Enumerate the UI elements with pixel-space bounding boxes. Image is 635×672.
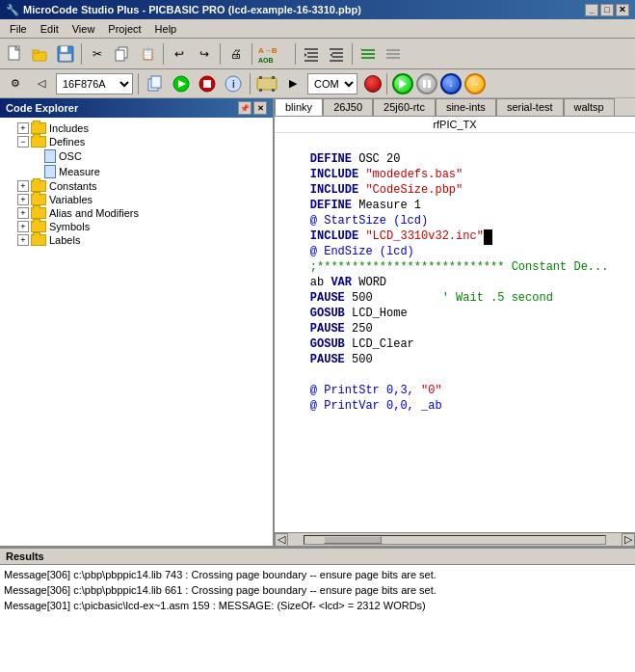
info-button[interactable]: i [222,72,245,95]
step-into-button[interactable]: ↓ [440,73,462,94]
undo-button[interactable]: ↩ [168,42,191,66]
code-line: PAUSE 500 [282,353,627,368]
label-constants: Constants [49,180,97,192]
compile-button[interactable] [170,72,193,95]
prog-arrow-button[interactable]: ▶ [281,72,304,95]
open-button[interactable] [29,42,52,66]
tree-item-alias[interactable]: + Alias and Modifiers [2,206,271,220]
indent-button[interactable] [300,42,323,66]
code-line: PAUSE 250 [282,322,627,337]
doc-icon-measure [44,165,56,178]
tab-26j50[interactable]: 26J50 [323,98,373,116]
code-explorer-title: Code Explorer [6,102,78,114]
editor-panel: blinky 26J50 25j60-rtc sine-ints serial-… [275,98,635,546]
save-button[interactable] [54,42,77,66]
svg-rect-36 [257,78,277,90]
minimize-button[interactable]: _ [585,4,598,16]
label-includes: Includes [49,122,89,134]
window-title: MicroCode Studio Plus - PICBASIC PRO (lc… [23,4,361,15]
svg-rect-37 [259,76,262,79]
app-icon: 🔧 [6,4,19,16]
code-line: GOSUB LCD_Clear [282,337,627,353]
tree-item-defines[interactable]: − Defines [2,135,271,148]
close-button[interactable]: ✕ [616,4,629,16]
menu-view[interactable]: View [66,21,101,37]
menu-help[interactable]: Help [149,21,183,37]
new-button[interactable] [4,42,27,66]
code-line: @ StartSize (lcd) [282,214,627,229]
connection-indicator [364,75,382,93]
tab-25j60-rtc[interactable]: 25j60-rtc [373,98,436,116]
hscroll-thumb[interactable] [324,536,382,544]
tab-serial-test[interactable]: serial-test [496,98,564,116]
aob-button[interactable]: A→B AOB [256,42,291,66]
menu-bar: File Edit View Project Help [0,19,635,39]
chip-select[interactable]: 16F876A [56,73,133,94]
maximize-button[interactable]: □ [600,4,614,16]
tree-item-labels[interactable]: + Labels [2,233,271,247]
explorer-close-button[interactable]: ✕ [253,101,267,115]
menu-edit[interactable]: Edit [35,21,65,37]
tree-item-symbols[interactable]: + Symbols [2,220,271,233]
folder-icon-alias [31,207,46,219]
stop-compile-button[interactable] [196,72,219,95]
toggle-labels[interactable]: + [17,234,29,246]
toggle-defines[interactable]: − [17,136,29,148]
comment-button[interactable]: ' [357,42,380,66]
cut-button[interactable]: ✂ [86,42,109,66]
step-over-button[interactable]: → [464,73,486,94]
svg-rect-29 [151,76,161,88]
code-line: @ PrintStr 0,3, "0" [282,384,627,399]
svg-rect-39 [259,89,262,92]
outdent-button[interactable] [325,42,348,66]
tree-item-measure[interactable]: Measure [2,164,271,179]
toggle-includes[interactable]: + [17,122,29,134]
toggle-alias[interactable]: + [17,207,29,219]
config-button[interactable]: ⚙ [4,72,27,95]
results-title: Results [6,551,44,562]
redo-button[interactable]: ↪ [193,42,216,66]
menu-file[interactable]: File [4,21,33,37]
paste-button[interactable]: 📋 [136,42,159,66]
menu-project[interactable]: Project [102,21,146,37]
results-header: Results [0,549,635,565]
label-variables: Variables [49,194,93,205]
svg-rect-33 [203,80,211,88]
tab-waltsp[interactable]: waltsp [564,98,615,116]
sep9 [386,73,387,94]
toggle-variables[interactable]: + [17,194,29,205]
arrow-left-button[interactable]: ◁ [30,72,53,95]
tree-item-variables[interactable]: + Variables [2,193,271,206]
sep7 [138,73,139,94]
toggle-symbols[interactable]: + [17,221,29,232]
step-button[interactable] [416,73,437,94]
tree-item-constants[interactable]: + Constants [2,179,271,193]
label-symbols: Symbols [49,221,90,232]
copy-chip-button[interactable] [144,72,167,95]
editor-hscroll[interactable]: ◁ ▷ [275,532,635,546]
run-button[interactable] [392,73,413,94]
label-labels: Labels [49,234,80,246]
tab-blinky[interactable]: blinky [275,98,323,116]
print-button[interactable]: 🖨 [225,42,248,66]
sep5 [295,43,296,65]
programmer-button[interactable] [255,72,278,95]
folder-icon-variables [31,194,46,205]
tree-item-osc[interactable]: OSC [2,148,271,164]
svg-rect-5 [61,46,67,52]
copy-button[interactable] [111,42,134,66]
doc-icon-osc [44,149,56,163]
code-editor[interactable]: DEFINE OSC 20 INCLUDE "modedefs.bas" INC… [275,133,635,532]
toggle-constants[interactable]: + [17,180,29,192]
label-alias: Alias and Modifiers [49,207,139,219]
toolbar2: ⚙ ◁ 16F876A i ▶ COM1 ↓ → [0,69,635,98]
svg-marker-20 [331,53,333,57]
results-panel: Results Message[306] c:\pbp\pbppic14.lib… [0,547,635,672]
tab-sine-ints[interactable]: sine-ints [436,98,496,116]
scroll-right-button[interactable]: ▷ [622,533,635,547]
scroll-left-button[interactable]: ◁ [275,533,288,547]
tree-item-includes[interactable]: + Includes [2,121,271,135]
explorer-pin-button[interactable]: 📌 [238,101,251,115]
uncomment-button[interactable] [382,42,405,66]
com-select[interactable]: COM1 [307,73,357,94]
